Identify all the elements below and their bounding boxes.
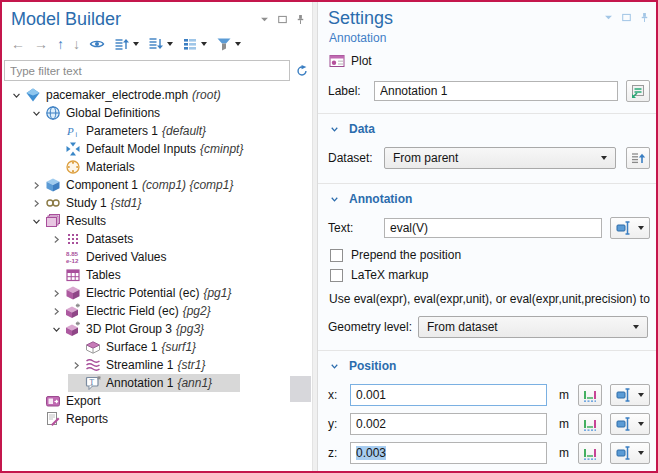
component-icon [45,177,61,193]
insert-expression-button[interactable] [610,217,650,239]
rename-button[interactable] [626,80,650,102]
range-button[interactable] [578,442,602,464]
plot-button-label: Plot [351,54,372,68]
refresh-icon[interactable] [295,64,309,78]
dataset-selected-value: From parent [393,151,458,165]
filter-button[interactable] [216,36,241,52]
tree-item-streamline-1[interactable]: Streamline 1{str1} [2,356,312,374]
tree-item-reports[interactable]: Reports [2,410,312,428]
position-x-label: x: [328,388,350,402]
prepend-position-checkbox[interactable] [330,249,343,262]
collapse-toggle-icon[interactable] [48,324,64,335]
tree-item-electric-field-ec[interactable]: Electric Field (ec){pg2} [2,302,312,320]
pin-icon[interactable] [639,12,650,23]
position-x-row: x:0.001m [328,384,650,406]
section-position-header[interactable]: Position [329,359,650,373]
plot-button[interactable]: Plot [329,53,650,69]
tree-item-pacemaker-electrode-mph[interactable]: pacemaker_electrode.mph(root) [2,86,312,104]
expand-toggle-icon[interactable] [48,288,64,299]
text-field-label: Text: [328,221,384,235]
range-button[interactable] [578,384,602,406]
scrollbar-thumb[interactable] [290,376,311,402]
panel-menu-icon[interactable] [603,12,614,23]
position-z-input[interactable]: 0.003 [350,442,547,464]
panel-menu-icon[interactable] [259,14,270,25]
collapse-toggle-icon[interactable] [8,90,24,101]
position-x-input[interactable]: 0.001 [350,384,547,406]
chevron-down-icon [638,422,644,426]
section-annotation-title: Annotation [349,192,412,206]
tree-item-study-1[interactable]: Study 1{std1} [2,194,312,212]
tree-item-3d-plot-group-3[interactable]: 3D Plot Group 3{pg3} [2,320,312,338]
label-input[interactable] [374,81,618,101]
insert-expression-button[interactable] [610,413,650,435]
section-divider [318,183,656,184]
tree-item-label: Default Model Inputs [86,142,196,156]
chevron-down-icon [235,42,241,46]
go-to-source-button[interactable] [626,147,650,169]
range-button[interactable] [578,413,602,435]
tree-item-component-1[interactable]: Component 1(comp1) {comp1} [2,176,312,194]
float-icon[interactable] [277,14,288,25]
tree-item-datasets[interactable]: Datasets [2,230,312,248]
study-icon [45,195,61,211]
tree-item-default-model-inputs[interactable]: Default Model Inputs{cminpt} [2,140,312,158]
section-annotation-header[interactable]: Annotation [329,192,650,206]
breadcrumb[interactable]: Annotation [329,31,650,45]
chevron-down-icon [638,393,644,397]
expand-toggle-icon[interactable] [68,360,84,371]
streamline-icon [85,357,101,373]
tree-item-label: Materials [86,160,135,174]
dataset-select[interactable]: From parent [384,147,616,169]
surface-icon [85,339,101,355]
tree-item-annotation-1[interactable]: Annotation 1{ann1} [2,374,312,392]
collapse-all-button[interactable] [114,36,139,52]
tree-item-export[interactable]: Export [2,392,312,410]
chevron-down-icon [633,325,639,329]
expand-toggle-icon[interactable] [28,180,44,191]
pin-icon[interactable] [295,14,306,25]
tree-item-label: Results [66,214,106,228]
move-up-icon[interactable]: ↑ [57,37,64,51]
forward-icon[interactable]: → [34,37,48,51]
expand-toggle-icon[interactable] [48,306,64,317]
insert-expression-button[interactable] [610,442,650,464]
show-eye-icon[interactable] [89,36,105,52]
collapse-toggle-icon[interactable] [28,216,44,227]
float-icon[interactable] [621,12,632,23]
section-data-header[interactable]: Data [329,122,650,136]
latex-markup-checkbox[interactable] [330,269,343,282]
tree-item-electric-potential-ec[interactable]: Electric Potential (ec){pg1} [2,284,312,302]
tree-item-global-definitions[interactable]: Global Definitions [2,104,312,122]
collapse-toggle-icon[interactable] [28,108,44,119]
chevron-down-icon [133,42,139,46]
tree-item-derived-values[interactable]: Derived Values [2,248,312,266]
move-down-icon[interactable]: ↓ [73,37,80,51]
geometry-level-select[interactable]: From dataset [418,316,648,338]
back-icon[interactable]: ← [11,37,25,51]
tree-item-results[interactable]: Results [2,212,312,230]
expand-all-button[interactable] [148,36,173,52]
globe-icon [45,105,61,121]
export-icon [45,393,61,409]
insert-expression-icon [616,220,632,236]
selected-text: 0.003 [356,446,386,460]
tree-item-tag: {pg1} [203,286,231,300]
tree-item-label: pacemaker_electrode.mph [46,88,188,102]
filter-input[interactable] [4,60,290,81]
expand-toggle-icon[interactable] [28,198,44,209]
position-y-input[interactable]: 0.002 [350,413,547,435]
tree-item-tag: {str1} [177,358,205,372]
model-inputs-icon [65,141,81,157]
tree-item-surface-1[interactable]: Surface 1{surf1} [2,338,312,356]
section-divider [318,350,656,351]
expand-toggle-icon[interactable] [48,234,64,245]
annotation-text-input[interactable] [384,218,602,238]
insert-expression-button[interactable] [610,384,650,406]
model-tree-nodes-button[interactable] [182,36,207,52]
unit-label: m [559,417,569,431]
tree-item-materials[interactable]: Materials [2,158,312,176]
tree-item-parameters-1[interactable]: Parameters 1{default} [2,122,312,140]
derived-values-icon [65,249,81,265]
tree-item-tables[interactable]: Tables [2,266,312,284]
